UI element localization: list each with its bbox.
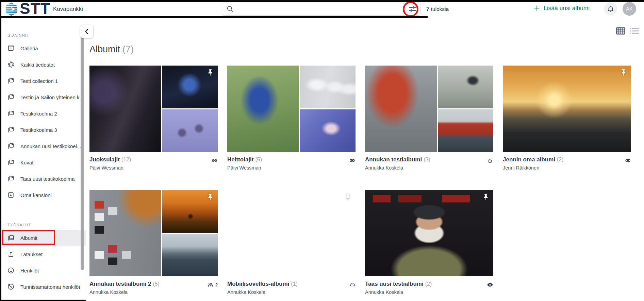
album-author: Annukka Koskela [89, 289, 160, 295]
person-unknown-icon [7, 283, 15, 290]
album-cover[interactable] [89, 190, 218, 276]
album-caption-text: Annukan testialbumi 2(5)Annukka Koskela [89, 281, 160, 295]
album-card[interactable]: Annukan testialbumi 2(5)Annukka Koskela2 [89, 190, 218, 295]
link-icon [349, 157, 356, 164]
album-title: Mobiilisovellus-albumi [227, 281, 289, 287]
album-author: Jenni Räikkönen [503, 165, 564, 171]
album-item-count: (12) [121, 157, 131, 162]
filter-button[interactable] [408, 4, 417, 14]
plus-icon [533, 4, 541, 12]
album-caption-text: Juoksulajit(12)Päivi Wessman [89, 156, 131, 171]
link-icon [349, 282, 356, 288]
sidebar-section-label: TYÖKALUT [7, 223, 86, 227]
search-icon [226, 5, 234, 13]
album-badges [349, 157, 356, 164]
sidebar-sections: SIJAINNITGalleriaKaikki tiedostotTesti c… [1, 33, 86, 295]
sidebar-item-label: Testikokoelma 2 [20, 111, 57, 117]
sidebar-item-lataukset[interactable]: Lataukset [1, 246, 86, 262]
topbar: STT Kuvapankki 7tuloksia Lisää uusi albu… [1, 2, 644, 16]
user-avatar[interactable]: AK [623, 2, 636, 16]
album-author: Annukka Koskela [365, 165, 430, 171]
pin-icon [344, 193, 352, 200]
sidebar-item-testi-collection-1[interactable]: Testi collection 1 [1, 73, 86, 89]
album-item-count: (2) [557, 157, 564, 162]
sidebar-item-albumit[interactable]: Albumit [1, 230, 86, 246]
album-card[interactable]: Taas uusi testialbumi(2)Annukka Koskela [365, 190, 493, 295]
album-card[interactable]: Juoksulajit(12)Päivi Wessman [89, 66, 218, 171]
album-title: Jennin oma albumi [503, 156, 555, 163]
album-item-count: (2) [425, 281, 432, 287]
album-photo-red-boathouses [438, 109, 493, 152]
album-caption: Mobiilisovellus-albumi(1)Annukka Koskela [227, 281, 356, 295]
album-caption-text: Jennin oma albumi(2)Jenni Räikkönen [503, 156, 564, 171]
results-number: 7 [426, 6, 429, 12]
results-count: 7tuloksia [426, 6, 449, 12]
album-item-count: (5) [153, 281, 160, 287]
sidebar-item-kaikki-tiedostot[interactable]: Kaikki tiedostot [1, 56, 86, 73]
album-cover[interactable] [503, 66, 631, 152]
sidebar-item-kuvat[interactable]: Kuvat [1, 154, 86, 171]
sidebar-item-label: Kuvat [20, 160, 33, 165]
album-cover[interactable] [365, 190, 493, 276]
album-caption: Annukan testialbumi 2(5)Annukka Koskela2 [89, 281, 218, 295]
screenshot-edge-bottom [0, 300, 86, 301]
album-card[interactable]: Heittolajit(5)Päivi Wessman [227, 66, 356, 171]
sidebar-item-testikokoelma-3[interactable]: Testikokoelma 3 [1, 122, 86, 138]
sidebar-item-oma-kansioni[interactable]: Oma kansioni [1, 187, 86, 203]
album-title-line: Juoksulajit(12) [89, 156, 131, 163]
albums-icon [7, 234, 15, 242]
album-title-line: Heittolajit(5) [227, 156, 262, 163]
sidebar-item-label: Oma kansioni [20, 192, 52, 198]
album-photo-track-runners [162, 109, 218, 152]
sidebar-collapse-button[interactable] [80, 25, 93, 38]
album-card[interactable]: Mobiilisovellus-albumi(1)Annukka Koskela [227, 190, 356, 295]
album-cover[interactable] [365, 66, 493, 152]
album-author: Päivi Wessman [89, 165, 131, 171]
files-cluster-icon [7, 61, 15, 68]
album-card[interactable]: Jennin oma albumi(2)Jenni Räikkönen [503, 66, 631, 171]
add-album-button[interactable]: Lisää uusi albumi [533, 4, 590, 12]
album-title: Heittolajit [227, 156, 253, 163]
album-photo-parking-aerial [89, 190, 161, 276]
album-badges [349, 282, 356, 288]
search-bar [222, 2, 420, 16]
pin-icon [207, 193, 214, 200]
albums-grid: Juoksulajit(12)Päivi WessmanHeittolajit(… [86, 18, 644, 301]
album-photo-night-event [89, 66, 161, 152]
album-author: Annukka Koskela [365, 289, 432, 295]
collection-icon [7, 159, 15, 166]
album-item-count: (5) [255, 157, 262, 162]
sidebar-item-label: Testin ja Säilön yhteinen k... [20, 94, 84, 100]
album-caption-text: Heittolajit(5)Päivi Wessman [227, 156, 262, 171]
collection-icon [7, 110, 15, 117]
sidebar-item-tunnistamattomat-henkilot[interactable]: Tunnistamattomat henkilöt [1, 279, 86, 295]
sidebar-item-testin-ja-sailon-yhteinen[interactable]: Testin ja Säilön yhteinen k... [1, 89, 86, 105]
sidebar-item-label: Testikokoelma 3 [20, 127, 57, 133]
sidebar-item-annukan-uusi-testikokoelma[interactable]: Annukan uusi testikokoel... [1, 138, 86, 154]
album-photo-dog-walker [438, 66, 493, 108]
sidebar-item-testikokoelma-2[interactable]: Testikokoelma 2 [1, 105, 86, 122]
sidebar-item-henkilot[interactable]: Henkilöt [1, 262, 86, 279]
stt-logo-icon[interactable] [5, 2, 18, 17]
sidebar-scrollbar[interactable] [81, 25, 84, 270]
folder-download-icon [7, 191, 15, 199]
sidebar-item-label: Taas uusi testikokoelma [20, 176, 75, 182]
album-badges [487, 282, 493, 288]
album-cover[interactable] [89, 66, 218, 152]
sidebar-item-taas-uusi-testikokoelma[interactable]: Taas uusi testikokoelma [1, 171, 86, 187]
album-caption: Taas uusi testialbumi(2)Annukka Koskela [365, 281, 493, 295]
sidebar-item-galleria[interactable]: Galleria [1, 40, 86, 56]
album-photo-fjord [162, 234, 218, 277]
notifications-button[interactable] [604, 2, 617, 15]
search-input[interactable] [234, 2, 420, 15]
collection-icon [7, 77, 15, 85]
album-caption-text: Mobiilisovellus-albumi(1)Annukka Koskela [227, 281, 298, 295]
album-author: Annukka Koskela [227, 289, 298, 295]
album-card[interactable]: Annukan testialbumi(3)Annukka Koskela [365, 66, 493, 171]
sidebar-item-label: Kaikki tiedostot [20, 62, 55, 68]
sidebar-section-label: SIJAINNIT [7, 33, 86, 37]
lock-icon [487, 157, 493, 164]
album-photo-parasport [300, 109, 356, 152]
album-cover[interactable] [227, 190, 356, 276]
album-cover[interactable] [227, 66, 356, 152]
